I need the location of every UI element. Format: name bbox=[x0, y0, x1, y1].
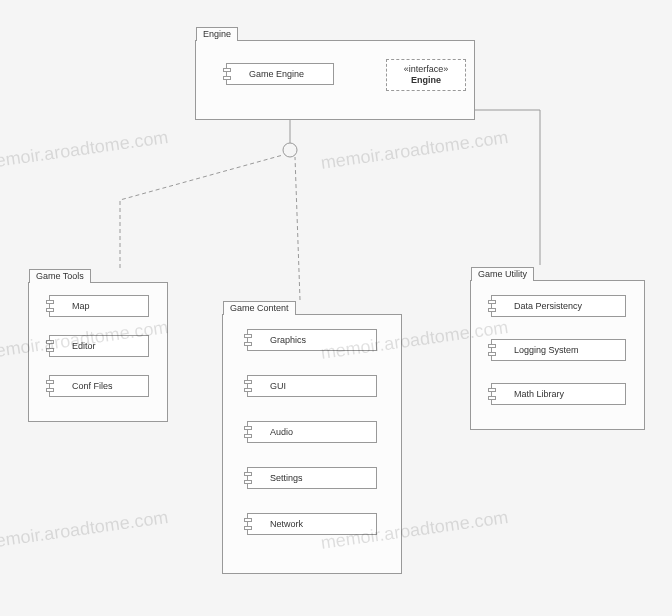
component-network: Network bbox=[247, 513, 377, 535]
interface-engine: «interface» Engine bbox=[386, 59, 466, 91]
package-utility-title: Game Utility bbox=[471, 267, 534, 281]
component-label: Settings bbox=[270, 473, 303, 483]
watermark: memoir.aroadtome.com bbox=[0, 127, 170, 174]
watermark: memoir.aroadtome.com bbox=[0, 507, 170, 554]
component-label: Map bbox=[72, 301, 90, 311]
component-label: Graphics bbox=[270, 335, 306, 345]
component-label: Data Persistency bbox=[514, 301, 582, 311]
component-editor: Editor bbox=[49, 335, 149, 357]
component-conf: Conf Files bbox=[49, 375, 149, 397]
component-settings: Settings bbox=[247, 467, 377, 489]
package-content-title: Game Content bbox=[223, 301, 296, 315]
component-graphics: Graphics bbox=[247, 329, 377, 351]
svg-point-1 bbox=[283, 143, 297, 157]
component-gui: GUI bbox=[247, 375, 377, 397]
interface-stereotype: «interface» bbox=[393, 64, 459, 75]
package-tools-title: Game Tools bbox=[29, 269, 91, 283]
component-label: Network bbox=[270, 519, 303, 529]
package-utility: Game Utility Data Persistency Logging Sy… bbox=[470, 280, 645, 430]
component-label: Audio bbox=[270, 427, 293, 437]
interface-name: Engine bbox=[393, 75, 459, 86]
package-tools: Game Tools Map Editor Conf Files bbox=[28, 282, 168, 422]
package-engine-title: Engine bbox=[196, 27, 238, 41]
watermark: memoir.aroadtome.com bbox=[319, 127, 509, 174]
component-math: Math Library bbox=[491, 383, 626, 405]
component-map: Map bbox=[49, 295, 149, 317]
package-content: Game Content Graphics GUI Audio Settings… bbox=[222, 314, 402, 574]
component-persist: Data Persistency bbox=[491, 295, 626, 317]
package-engine: Engine Game Engine «interface» Engine bbox=[195, 40, 475, 120]
component-label: Game Engine bbox=[249, 69, 304, 79]
component-label: Math Library bbox=[514, 389, 564, 399]
component-label: GUI bbox=[270, 381, 286, 391]
component-game-engine: Game Engine bbox=[226, 63, 334, 85]
component-label: Conf Files bbox=[72, 381, 113, 391]
diagram-canvas: Engine Game Engine «interface» Engine Ga… bbox=[0, 0, 672, 616]
component-logging: Logging System bbox=[491, 339, 626, 361]
component-audio: Audio bbox=[247, 421, 377, 443]
component-label: Editor bbox=[72, 341, 96, 351]
component-label: Logging System bbox=[514, 345, 579, 355]
